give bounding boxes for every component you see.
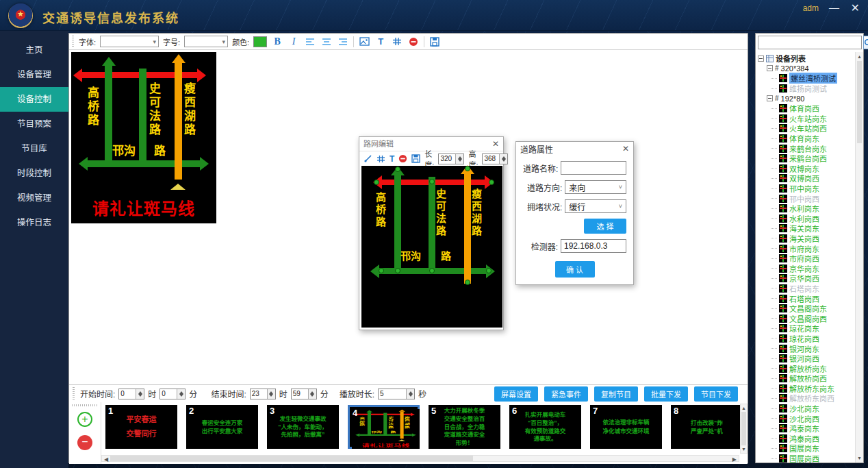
tree-scrollbar-thumb[interactable] <box>857 61 862 143</box>
spinner-arrows-icon[interactable] <box>406 389 414 399</box>
dialog-close-icon[interactable]: ✕ <box>622 142 629 156</box>
save-button[interactable] <box>429 36 441 48</box>
device-item[interactable]: 来鹤台岗西 <box>756 153 855 164</box>
device-item[interactable]: 双博岗东 <box>756 164 855 174</box>
device-item[interactable]: 解放桥东岗东 <box>756 384 855 394</box>
delete-tool-button[interactable] <box>398 153 407 165</box>
program-thumbnail-7[interactable]: 7依法治理非标车辆净化城市交通环境 <box>590 405 662 449</box>
text-tool-button[interactable]: T <box>390 153 394 165</box>
spinner-arrows-icon[interactable] <box>267 389 275 399</box>
device-item[interactable]: 沙北岗东 <box>756 404 855 414</box>
schedule-button-2[interactable]: 紧急事件 <box>544 386 588 402</box>
device-item[interactable]: 石塔岗西 <box>756 293 855 304</box>
device-item[interactable]: 市府岗西 <box>756 254 855 264</box>
road-name-input[interactable] <box>561 161 626 175</box>
end-hour-value[interactable]: 23 <box>251 389 267 399</box>
road-editor-canvas[interactable]: 高桥路 史可法路 瘦西湖路 邗沟 路 <box>361 166 502 328</box>
device-item[interactable]: 解放桥岗西 <box>756 373 855 384</box>
sidebar-item-1[interactable]: 主页 <box>0 38 68 62</box>
road-node-dot[interactable] <box>486 268 492 273</box>
scroll-left-icon[interactable]: ◀ <box>104 456 108 463</box>
playlist-vscrollbar[interactable]: ▲ ▼ <box>740 404 748 454</box>
sidebar-item-3[interactable]: 设备控制 <box>0 87 68 112</box>
scroll-right-icon[interactable]: ▶ <box>732 456 737 463</box>
tree-group-320*384[interactable]: #320*384 <box>756 64 855 74</box>
minimize-button[interactable]: — <box>829 1 839 13</box>
sidebar-item-2[interactable]: 设备管理 <box>0 62 68 87</box>
font-select[interactable]: ▾ <box>100 36 159 47</box>
device-item[interactable]: 邗中岗西 <box>756 193 855 204</box>
delete-button[interactable] <box>407 36 420 48</box>
device-item[interactable]: 国展岗东 <box>756 443 855 454</box>
device-item[interactable]: 琼花岗东 <box>756 323 855 334</box>
schedule-grip[interactable] <box>73 387 75 400</box>
spinner-arrows-icon[interactable] <box>136 389 144 399</box>
scroll-up-icon[interactable]: ▲ <box>741 406 746 410</box>
scroll-down-icon[interactable]: ▼ <box>857 456 862 460</box>
close-button[interactable]: ✕ <box>851 1 860 14</box>
align-center-button[interactable] <box>320 36 333 48</box>
add-program-button[interactable]: + <box>77 412 92 427</box>
congestion-select[interactable]: 缓行˅ <box>565 199 626 213</box>
playlist-grip[interactable] <box>72 404 98 406</box>
height-value[interactable]: 368 <box>483 154 499 164</box>
schedule-button-5[interactable]: 节目下发 <box>694 386 738 402</box>
road-node-dot[interactable] <box>379 268 384 273</box>
tree-expander-icon[interactable] <box>758 56 764 62</box>
start-minute-value[interactable]: 0 <box>160 389 177 399</box>
device-item[interactable]: 海关岗西 <box>756 234 855 244</box>
device-item[interactable]: 水利岗西 <box>756 214 855 224</box>
device-item[interactable]: 琼花岗西 <box>756 334 855 344</box>
insert-image-button[interactable] <box>358 36 370 48</box>
sidebar-item-7[interactable]: 视频管理 <box>0 186 68 210</box>
road-node-dot[interactable] <box>465 166 470 171</box>
sidebar-item-5[interactable]: 节目库 <box>0 136 68 161</box>
detector-input[interactable] <box>561 239 626 253</box>
program-thumbnail-4[interactable]: 4 高桥路 史可法路 瘦西湖路 邗沟 路 请礼让斑马线 <box>348 405 420 449</box>
search-button[interactable] <box>863 36 868 49</box>
road-node-dot[interactable] <box>395 167 400 172</box>
device-item[interactable]: 来鹤台岗东 <box>756 143 855 153</box>
scroll-up-icon[interactable]: ▲ <box>857 54 862 59</box>
logged-in-user[interactable]: adm <box>803 3 819 13</box>
device-item[interactable]: 解放桥岗东 <box>756 363 855 373</box>
device-item[interactable]: 市府岗东 <box>756 243 855 254</box>
device-item[interactable]: 沙北岗西 <box>756 413 855 423</box>
line-tool-button[interactable] <box>363 153 372 165</box>
road-tool-button[interactable] <box>376 153 385 165</box>
traffic-sign-canvas[interactable]: 高桥路 史可法路 瘦西湖路 邗沟 路 请礼让斑马线 <box>352 409 420 449</box>
device-item[interactable]: 火车站岗西 <box>756 123 855 134</box>
device-item[interactable]: 解放桥东岗西 <box>756 393 855 404</box>
road-tool-button[interactable] <box>391 36 403 48</box>
device-item[interactable]: 维扬岗测试 <box>756 84 855 94</box>
hscrollbar-thumb[interactable] <box>110 456 473 461</box>
start-hour-value[interactable]: 0 <box>119 389 136 399</box>
road-node-dot[interactable] <box>429 179 435 184</box>
color-swatch[interactable] <box>253 36 267 47</box>
road-node-dot[interactable] <box>489 180 494 185</box>
device-item[interactable]: 邗中岗东 <box>756 184 855 194</box>
remove-program-button[interactable]: − <box>77 435 92 450</box>
length-value[interactable]: 320 <box>439 154 455 164</box>
end-hour-spinner[interactable]: 23 <box>250 389 276 399</box>
insert-text-button[interactable]: T <box>374 36 387 48</box>
program-thumbnail-1[interactable]: 1平安春运交警同行 <box>105 405 177 449</box>
schedule-button-3[interactable]: 复制节目 <box>594 386 638 402</box>
road-direction-select[interactable]: 来向˅ <box>565 180 626 194</box>
device-item[interactable]: 海关岗东 <box>756 223 855 234</box>
end-minute-value[interactable]: 59 <box>292 389 308 399</box>
edit-canvas[interactable]: 高桥路 史可法路 瘦西湖路 邗沟 路 请礼让斑马线 路网编辑 ✕ T <box>69 50 748 384</box>
device-item[interactable]: 螺丝湾桥测试 <box>756 73 855 84</box>
device-item[interactable]: 银河岗东 <box>756 343 855 354</box>
duration-spinner[interactable]: 5 <box>378 389 415 399</box>
playlist-hscrollbar[interactable]: ◀ ▶ <box>101 455 739 462</box>
align-left-button[interactable] <box>304 36 316 48</box>
device-item[interactable]: 火车站岗东 <box>756 114 855 124</box>
device-item[interactable]: 银河岗西 <box>756 354 855 364</box>
program-thumbnail-8[interactable]: 8打击改装“炸严查严处“机 <box>671 405 743 449</box>
device-item[interactable]: 鸿泰岗西 <box>756 434 855 444</box>
spinner-arrows-icon[interactable] <box>177 389 185 399</box>
align-right-button[interactable] <box>337 36 349 48</box>
save-tool-button[interactable] <box>411 153 420 165</box>
sidebar-item-8[interactable]: 操作日志 <box>0 210 68 235</box>
